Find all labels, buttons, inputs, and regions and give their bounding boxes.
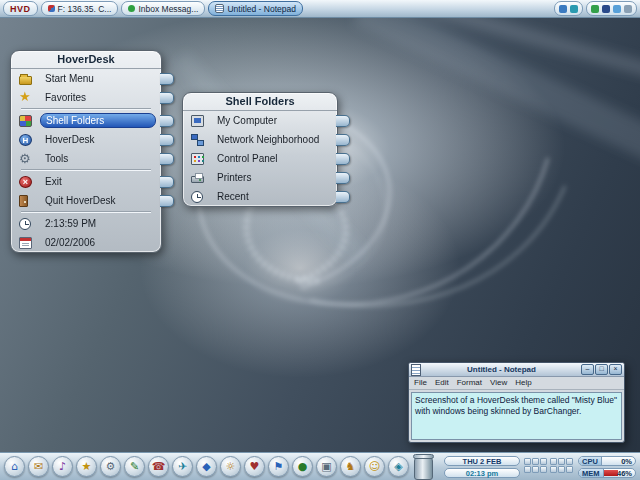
maximize-button[interactable]: □ — [595, 364, 608, 375]
desktop: HVD F: 136.35. C... Inbox Messag... Unti… — [0, 0, 640, 480]
menu-item-label: Network Neighborhood — [212, 132, 332, 147]
menu-item-label: My Computer — [212, 113, 332, 128]
menu-side-tab[interactable] — [336, 115, 350, 127]
menu-side-tab[interactable] — [160, 153, 174, 165]
menu-item-label: Favorites — [40, 90, 156, 105]
taskbar-task-files[interactable]: F: 136.35. C... — [41, 1, 119, 16]
tray-icon[interactable] — [624, 5, 632, 13]
date-display: THU 2 FEB — [444, 456, 520, 466]
menu-item-my-computer[interactable]: My Computer — [183, 111, 337, 130]
pager-cell[interactable] — [524, 458, 531, 465]
dock-bar: ⌂ ✉ ♪ ★ ⚙ ✎ ☎ ✈ ◆ ☼ ♥ ⚑ ● ▣ ♞ ☺ ◈ THU 2 … — [0, 452, 640, 480]
dock-icon[interactable]: ♞ — [340, 456, 361, 477]
menu-help[interactable]: Help — [515, 378, 531, 387]
pager-cell[interactable] — [558, 458, 565, 465]
menu-item-recent[interactable]: Recent — [183, 187, 337, 206]
menu-side-tab[interactable] — [336, 172, 350, 184]
notepad-titlebar[interactable]: Untitled - Notepad – □ × — [409, 363, 624, 377]
pager-cell[interactable] — [558, 466, 565, 473]
menu-item-control-panel[interactable]: Control Panel — [183, 149, 337, 168]
pager-cell[interactable] — [540, 458, 547, 465]
menu-item-date[interactable]: 02/02/2006 — [11, 233, 161, 252]
tray-icon[interactable] — [570, 5, 578, 13]
menu-item-printers[interactable]: Printers — [183, 168, 337, 187]
menu-item-time[interactable]: 2:13:59 PM — [11, 214, 161, 233]
dock-icon[interactable]: ♥ — [244, 456, 265, 477]
menu-item-start-menu[interactable]: Start Menu — [11, 69, 161, 88]
menu-item-label: Exit — [40, 174, 156, 189]
menu-time-display: 2:13:59 PM — [40, 216, 156, 231]
menu-item-shell-folders[interactable]: Shell Folders — [11, 111, 161, 130]
dock-icon[interactable]: ⌂ — [4, 456, 25, 477]
menu-item-exit[interactable]: Exit — [11, 172, 161, 191]
pager-cell[interactable] — [524, 466, 531, 473]
dock-icon[interactable]: ♪ — [52, 456, 73, 477]
menu-side-tab[interactable] — [160, 73, 174, 85]
tray-icon[interactable] — [602, 5, 610, 13]
dock-icon[interactable]: ★ — [76, 456, 97, 477]
dock-icon[interactable]: ☎ — [148, 456, 169, 477]
shell-folders-menu-title[interactable]: Shell Folders — [183, 93, 337, 111]
minimize-button[interactable]: – — [581, 364, 594, 375]
menu-side-tab[interactable] — [160, 176, 174, 188]
menu-item-favorites[interactable]: Favorites — [11, 88, 161, 107]
pager-cell[interactable] — [566, 466, 573, 473]
memory-meter: MEM 46% — [578, 468, 636, 478]
computer-icon — [191, 115, 204, 127]
menu-side-tab[interactable] — [336, 153, 350, 165]
dock-icon[interactable]: ◆ — [196, 456, 217, 477]
mem-value: 46% — [604, 469, 636, 477]
pager-cell[interactable] — [566, 458, 573, 465]
menu-side-tab[interactable] — [160, 195, 174, 207]
menu-side-tab[interactable] — [160, 92, 174, 104]
pager-cell[interactable] — [532, 458, 539, 465]
recycle-bin-icon[interactable] — [414, 456, 433, 480]
dock-icon[interactable]: ✉ — [28, 456, 49, 477]
hvd-start-button[interactable]: HVD — [3, 1, 38, 16]
menu-item-hoverdesk[interactable]: HoverDesk — [11, 130, 161, 149]
menu-side-tab[interactable] — [160, 134, 174, 146]
menu-side-tab[interactable] — [160, 115, 174, 127]
task-label: Untitled - Notepad — [227, 4, 296, 14]
dock-icon[interactable]: ☼ — [220, 456, 241, 477]
cpu-meter: CPU 0% — [578, 456, 636, 466]
dock-icon[interactable]: ☺ — [364, 456, 385, 477]
task-label: Inbox Messag... — [138, 4, 198, 14]
dock-icon[interactable]: ⚑ — [268, 456, 289, 477]
dock-icon[interactable]: ◈ — [388, 456, 409, 477]
dock-icon[interactable]: ✎ — [124, 456, 145, 477]
tray-icon[interactable] — [559, 5, 567, 13]
dock-icon[interactable]: ✈ — [172, 456, 193, 477]
hoverdesk-menu-title[interactable]: HoverDesk — [11, 51, 161, 69]
taskbar-task-notepad[interactable]: Untitled - Notepad — [208, 1, 303, 16]
menu-file[interactable]: File — [414, 378, 427, 387]
tray-icon[interactable] — [613, 5, 621, 13]
menu-side-tab[interactable] — [336, 191, 350, 203]
dock-icon[interactable]: ● — [292, 456, 313, 477]
notepad-text-area[interactable]: Screenshot of a HoverDesk theme called "… — [411, 392, 622, 440]
tray-group-1 — [554, 1, 583, 16]
dock-icon[interactable]: ⚙ — [100, 456, 121, 477]
tray-icon[interactable] — [591, 5, 599, 13]
close-button[interactable]: × — [609, 364, 622, 375]
pager-cell[interactable] — [540, 466, 547, 473]
dock-icon[interactable]: ▣ — [316, 456, 337, 477]
menu-view[interactable]: View — [490, 378, 507, 387]
clock-icon — [19, 218, 31, 230]
taskbar-task-inbox[interactable]: Inbox Messag... — [121, 1, 205, 16]
tray-group-2 — [586, 1, 637, 16]
mem-bar: 46% — [604, 469, 636, 477]
menu-format[interactable]: Format — [457, 378, 482, 387]
grid-icon — [19, 115, 32, 127]
menu-item-network-neighborhood[interactable]: Network Neighborhood — [183, 130, 337, 149]
pager-cell[interactable] — [550, 458, 557, 465]
menu-item-quit-hoverdesk[interactable]: Quit HoverDesk — [11, 191, 161, 210]
exit-icon — [19, 176, 32, 188]
pager-cell[interactable] — [550, 466, 557, 473]
task-label: F: 136.35. C... — [58, 4, 112, 14]
pager-cell[interactable] — [532, 466, 539, 473]
menu-side-tab[interactable] — [336, 134, 350, 146]
menu-item-tools[interactable]: Tools — [11, 149, 161, 168]
mem-label: MEM — [579, 469, 604, 477]
menu-edit[interactable]: Edit — [435, 378, 449, 387]
